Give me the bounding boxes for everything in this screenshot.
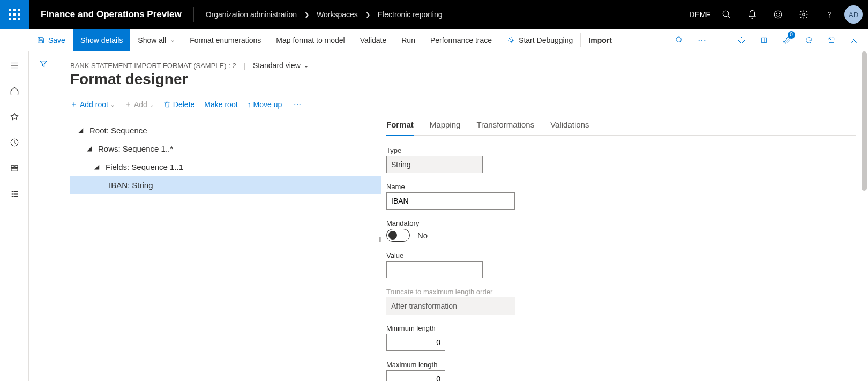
svg-point-3 (776, 13, 777, 14)
add-root-button[interactable]: ＋ Add root ⌄ (70, 100, 115, 109)
plus-icon: ＋ (124, 100, 132, 109)
start-debugging-button[interactable]: Start Debugging (499, 29, 580, 51)
page-subtitle: BANK STATEMENT IMPORT FORMAT (SAMPLE) : … (70, 62, 236, 70)
filter-icon[interactable] (39, 59, 48, 381)
chevron-down-icon: ⌄ (149, 102, 154, 108)
max-length-label: Maximum length (386, 361, 547, 369)
svg-point-4 (779, 13, 780, 14)
search-icon[interactable] (714, 0, 739, 29)
refresh-icon[interactable] (798, 29, 820, 51)
make-root-button[interactable]: Make root (204, 100, 237, 109)
show-details-label: Show details (80, 36, 123, 44)
show-details-button[interactable]: Show details (73, 29, 130, 51)
svg-point-7 (510, 39, 512, 41)
modules-icon[interactable] (8, 188, 21, 200)
search-bar-icon[interactable] (669, 29, 690, 51)
svg-line-1 (728, 16, 730, 18)
diamond-icon[interactable] (731, 29, 752, 51)
chevron-right-icon: ❯ (304, 11, 309, 18)
tree-node[interactable]: ◢ Root: Sequence (70, 121, 381, 139)
format-enumerations-button[interactable]: Format enumerations (182, 29, 268, 51)
svg-rect-18 (11, 169, 18, 171)
close-icon[interactable] (843, 29, 865, 51)
truncate-label: Truncate to maximum length order (386, 288, 547, 296)
save-label: Save (48, 36, 65, 44)
tab-transformations[interactable]: Transformations (476, 118, 534, 135)
show-all-label: Show all (138, 36, 166, 44)
caret-down-icon[interactable]: ◢ (84, 145, 94, 152)
type-label: Type (386, 146, 547, 154)
plus-icon: ＋ (70, 100, 78, 109)
chevron-down-icon: ⌄ (304, 62, 309, 69)
app-title: Finance and Operations Preview (29, 9, 193, 20)
save-button[interactable]: Save (29, 29, 73, 51)
move-up-button[interactable]: ↑ Move up (248, 100, 282, 109)
gear-icon[interactable] (791, 0, 817, 29)
star-icon[interactable] (8, 110, 21, 123)
svg-rect-17 (14, 166, 17, 168)
value-field[interactable] (386, 261, 483, 278)
recent-icon[interactable] (8, 136, 21, 149)
map-format-button[interactable]: Map format to model (268, 29, 352, 51)
type-field[interactable] (386, 156, 483, 173)
smile-icon[interactable] (765, 0, 791, 29)
avatar[interactable]: AD (844, 5, 863, 24)
box-icon[interactable] (753, 29, 775, 51)
caret-down-icon[interactable]: ◢ (76, 126, 85, 134)
svg-point-6 (829, 17, 830, 17)
more-ellipsis-icon[interactable]: ⋯ (691, 29, 713, 51)
name-label: Name (386, 183, 547, 191)
app-launcher[interactable] (0, 0, 29, 29)
help-icon[interactable] (817, 0, 842, 29)
delete-button[interactable]: Delete (163, 100, 194, 109)
svg-point-8 (676, 37, 681, 42)
tab-mapping[interactable]: Mapping (430, 118, 461, 135)
attach-badge: 0 (788, 31, 795, 39)
performance-trace-button[interactable]: Performance trace (423, 29, 499, 51)
hamburger-icon[interactable] (8, 59, 21, 72)
mandatory-value: No (417, 231, 428, 240)
more-ellipsis-icon[interactable]: ⋯ (291, 100, 304, 109)
min-length-label: Minimum length (386, 324, 547, 332)
breadcrumb-item[interactable]: Organization administration (206, 10, 297, 19)
breadcrumb: Organization administration ❯ Workspaces… (194, 10, 454, 19)
tree-node[interactable]: ◢ Rows: Sequence 1..* (70, 139, 381, 158)
breadcrumb-item[interactable]: Electronic reporting (378, 10, 443, 19)
caret-down-icon[interactable]: ◢ (92, 163, 101, 170)
arrow-up-icon: ↑ (248, 100, 251, 109)
tree-node-selected[interactable]: IBAN: String (70, 176, 381, 194)
breadcrumb-item[interactable]: Workspaces (317, 10, 358, 19)
run-button[interactable]: Run (394, 29, 423, 51)
attach-icon[interactable]: 0 (776, 29, 797, 51)
min-length-field[interactable] (386, 334, 445, 351)
mandatory-toggle[interactable] (386, 229, 410, 242)
home-icon[interactable] (8, 85, 21, 98)
validate-button[interactable]: Validate (353, 29, 394, 51)
svg-line-9 (680, 41, 683, 43)
bell-icon[interactable] (739, 0, 765, 29)
splitter-handle[interactable]: || (379, 236, 381, 242)
scrollbar[interactable] (862, 51, 867, 191)
chevron-right-icon: ❯ (365, 11, 370, 18)
mandatory-label: Mandatory (386, 219, 547, 227)
page-title: Format designer (70, 71, 856, 88)
view-selector[interactable]: Standard view ⌄ (253, 61, 309, 70)
svg-point-2 (774, 11, 782, 18)
workspace-icon[interactable] (8, 162, 21, 175)
truncate-field (386, 297, 515, 315)
max-length-field[interactable] (386, 370, 445, 381)
tree-node[interactable]: ◢ Fields: Sequence 1..1 (70, 158, 381, 176)
show-all-button[interactable]: Show all ⌄ (130, 29, 182, 51)
svg-rect-16 (11, 166, 14, 168)
value-label: Value (386, 251, 547, 259)
company-code[interactable]: DEMF (689, 10, 714, 19)
waffle-icon (9, 9, 20, 20)
chevron-down-icon: ⌄ (170, 37, 175, 43)
svg-point-0 (723, 11, 729, 17)
tab-format[interactable]: Format (386, 118, 414, 136)
tab-validations[interactable]: Validations (550, 118, 589, 135)
name-field[interactable] (386, 192, 515, 210)
popout-icon[interactable] (821, 29, 842, 51)
import-button[interactable]: Import (581, 29, 619, 51)
format-tree: ◢ Root: Sequence ◢ Rows: Sequence 1..* ◢… (70, 118, 381, 381)
